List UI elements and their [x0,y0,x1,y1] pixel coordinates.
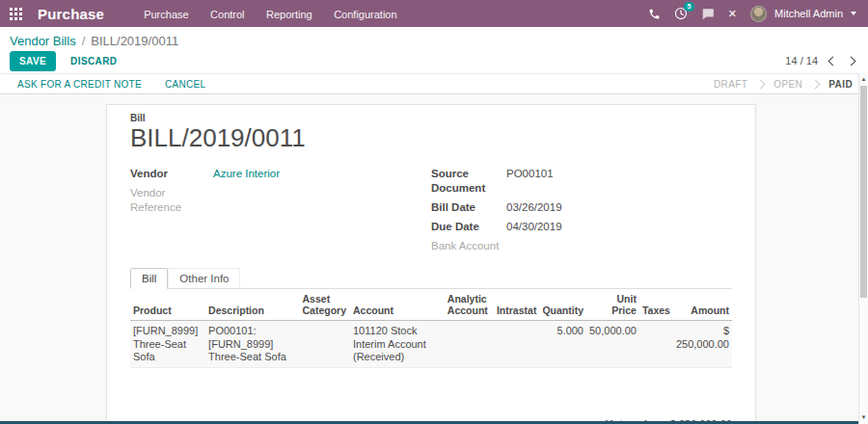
cell-asset-category[interactable] [300,321,350,368]
menu-control[interactable]: Control [202,9,253,20]
lines-header-row: Product Description Asset Category Accou… [130,289,732,321]
user-menu-caret-icon[interactable] [851,12,856,15]
field-bill-date: Bill Date 03/26/2019 [431,200,732,215]
pager-next-icon[interactable] [847,56,856,66]
col-analytic-account: Analytic Account [445,289,494,321]
scroll-down-icon[interactable]: ▼ [859,413,868,422]
cell-taxes[interactable] [639,321,673,368]
scrollbar-thumb[interactable] [860,86,867,298]
due-date-value[interactable]: 04/30/2019 [506,220,562,234]
field-column-right: Source Document PO00101 Bill Date 03/26/… [431,167,732,258]
save-button[interactable]: SAVE [10,51,56,71]
cell-product[interactable]: [FURN_8999] Three-Seat Sofa [130,321,205,368]
record-pager: 14 / 14 [785,55,854,66]
breadcrumb-current: BILL/2019/0011 [91,34,178,48]
field-column-left: Vendor Azure Interior Vendor Reference [130,167,431,258]
vertical-scrollbar[interactable]: ▲ ▼ [858,73,868,424]
apps-grid-icon[interactable] [10,8,22,20]
field-source-document: Source Document PO00101 [431,167,732,196]
menu-reporting[interactable]: Reporting [258,9,321,20]
pager-value: 14 / 14 [785,55,818,66]
app-brand[interactable]: Purchase [38,6,104,22]
due-date-label: Due Date [431,220,506,234]
breadcrumb-vendor-bills[interactable]: Vendor Bills [10,34,76,48]
messages-icon[interactable] [701,8,715,20]
statusbar: ASK FOR A CREDIT NOTE CANCEL DRAFT OPEN … [0,73,868,94]
bill-date-label: Bill Date [431,200,506,215]
cell-unit-price[interactable]: 50,000.00 [586,321,639,368]
status-pipeline: DRAFT OPEN PAID [714,79,853,90]
bill-date-value[interactable]: 03/26/2019 [506,200,562,215]
form-view-area: Bill BILL/2019/0011 Vendor Azure Interio… [0,94,868,424]
tab-other-info[interactable]: Other Info [168,268,240,289]
invoice-lines-table: Product Description Asset Category Accou… [130,289,732,368]
phone-icon[interactable] [648,8,661,20]
source-document-value[interactable]: PO00101 [506,167,554,196]
ask-credit-note-button[interactable]: ASK FOR A CREDIT NOTE [17,79,142,90]
cell-description[interactable]: PO00101: [FURN_8999] Three-Seat Sofa [205,321,299,368]
cell-account[interactable]: 101120 Stock Interim Account (Received) [350,321,445,368]
activities-clock-icon[interactable]: 5 [674,7,688,20]
col-asset-category: Asset Category [300,289,350,321]
field-due-date: Due Date 04/30/2019 [431,220,732,234]
top-navbar: Purchase Purchase Control Reporting Conf… [0,0,868,27]
breadcrumb: Vendor Bills / BILL/2019/0011 [0,27,868,48]
vendor-value-link[interactable]: Azure Interior [213,167,280,181]
col-unit-price: Unit Price [586,289,639,321]
close-chat-icon[interactable]: ✕ [728,8,737,20]
col-description: Description [205,289,299,321]
user-avatar[interactable] [750,6,767,22]
user-name[interactable]: Mitchell Admin [774,8,843,19]
tab-bill[interactable]: Bill [130,268,168,289]
notebook-tabs: Bill Other Info [130,268,732,289]
col-account: Account [350,289,445,321]
col-quantity: Quantity [539,289,586,321]
cell-analytic-account[interactable] [445,321,494,368]
scroll-up-icon[interactable]: ▲ [859,75,868,84]
doc-number-title: BILL/2019/0011 [130,125,732,151]
cancel-button[interactable]: CANCEL [165,79,205,90]
cell-quantity[interactable]: 5.000 [539,321,586,368]
field-bank-account: Bank Account [431,239,732,253]
field-vendor-reference: Vendor Reference [130,186,431,215]
field-vendor: Vendor Azure Interior [130,167,431,181]
col-product: Product [130,289,205,321]
vendor-reference-label: Vendor Reference [130,186,213,215]
breadcrumb-separator: / [82,34,86,48]
chevron-right-icon [756,79,766,89]
vendor-label: Vendor [130,167,213,181]
status-draft[interactable]: DRAFT [714,79,747,90]
bank-account-label: Bank Account [431,239,506,253]
topbar-right: 5 ✕ Mitchell Admin [648,6,856,22]
chevron-right-icon [811,79,821,89]
bill-sheet: Bill BILL/2019/0011 Vendor Azure Interio… [106,104,756,424]
menu-configuration[interactable]: Configuration [325,9,405,20]
field-group: Vendor Azure Interior Vendor Reference S… [130,167,732,258]
col-taxes: Taxes [639,289,673,321]
col-intrastat: Intrastat [494,289,539,321]
discard-button[interactable]: DISCARD [70,56,117,66]
activities-badge: 5 [684,2,694,12]
doc-type-label: Bill [130,113,732,123]
status-open[interactable]: OPEN [773,79,802,90]
control-panel-buttons: SAVE DISCARD 14 / 14 [0,48,868,73]
main-menu: Purchase Control Reporting Configuration [135,5,405,22]
source-document-label: Source Document [431,167,506,196]
menu-purchase[interactable]: Purchase [135,9,197,20]
table-row[interactable]: [FURN_8999] Three-Seat Sofa PO00101: [FU… [130,321,732,368]
pager-previous-icon[interactable] [828,56,838,66]
status-paid[interactable]: PAID [828,79,853,90]
cell-intrastat[interactable] [494,321,539,368]
col-amount: Amount [673,289,732,321]
cell-amount[interactable]: $ 250,000.00 [673,321,732,368]
